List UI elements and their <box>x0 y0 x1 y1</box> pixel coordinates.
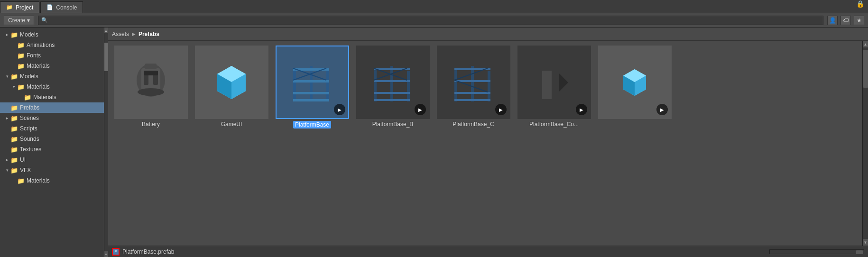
sidebar-item-sounds[interactable]: 📁 Sounds <box>0 134 104 144</box>
tab-bar: 📁 Project 📄 Console 🔒 <box>0 0 868 13</box>
toolbar: Create ▾ 🔍 👤 🏷 ★ <box>0 13 868 28</box>
sidebar-item-fonts[interactable]: 📁 Fonts <box>0 50 104 61</box>
folder-icon: 📁 <box>10 146 18 153</box>
sidebar-item-scripts[interactable]: 📁 Scripts <box>0 123 104 134</box>
folder-icon: 📁 <box>10 136 18 143</box>
scroll-track[interactable] <box>863 47 868 239</box>
svg-rect-26 <box>374 99 410 101</box>
asset-thumbnail-platformbase-b: ▶ <box>356 46 430 119</box>
play-overlay[interactable]: ▶ <box>576 104 587 115</box>
sidebar-item-label: Materials <box>33 94 56 101</box>
folder-icon: 📁 <box>10 156 18 164</box>
horiz-scroll-track[interactable] <box>769 249 864 254</box>
asset-item-platformbase-c[interactable]: ▶ PlatformBase_C <box>435 46 511 128</box>
console-tab-icon: 📄 <box>46 4 53 10</box>
sidebar-item-animations[interactable]: 📁 Animations <box>0 40 104 50</box>
star-icon: ★ <box>857 17 862 24</box>
asset-item-platformbase-b[interactable]: ▶ PlatformBase_B <box>355 46 431 128</box>
battery-svg <box>127 59 175 106</box>
asset-label-platformbase-b: PlatformBase_B <box>372 121 414 128</box>
sidebar-item-prefabs[interactable]: 📁 Prefabs <box>0 102 104 113</box>
create-arrow: ▾ <box>27 17 30 24</box>
asset-item-gameui[interactable]: GameUI <box>194 46 269 128</box>
horiz-scroll-thumb[interactable] <box>856 250 863 254</box>
folder-icon: 📁 <box>17 52 25 59</box>
status-filename: PlatformBase.prefab <box>122 248 174 255</box>
sidebar-item-vfx-materials[interactable]: 📁 Materials <box>0 175 104 186</box>
sidebar-item-label: Scenes <box>20 115 39 121</box>
breadcrumb-separator: ► <box>131 31 137 37</box>
sidebar-item-label: Animations <box>27 42 55 48</box>
folder-icon: 📁 <box>10 104 18 111</box>
platform-c-svg <box>450 59 497 106</box>
asset-thumbnail-platformbase-co: ▶ <box>517 46 591 119</box>
tab-console[interactable]: 📄 Console <box>40 1 83 13</box>
sidebar-item-materials-expanded[interactable]: ▾ 📁 Materials <box>0 82 104 92</box>
tag-button[interactable]: 🏷 <box>840 16 851 25</box>
scroll-up-button[interactable]: ▲ <box>863 41 868 47</box>
right-panel: Assets ► Prefabs <box>108 28 868 257</box>
create-button[interactable]: Create ▾ <box>4 16 34 25</box>
status-bar: P PlatformBase.prefab <box>108 246 868 257</box>
sidebar-item-vfx[interactable]: ▾ 📁 VFX <box>0 165 104 175</box>
folder-icon: 📁 <box>17 83 25 91</box>
horizontal-scrollbar[interactable] <box>769 249 864 254</box>
sidebar-item-textures[interactable]: 📁 Textures <box>0 144 104 155</box>
play-overlay[interactable]: ▶ <box>334 104 345 115</box>
sidebar-item-scenes[interactable]: ▸ 📁 Scenes <box>0 113 104 123</box>
breadcrumb-current: Prefabs <box>139 31 159 37</box>
svg-rect-2 <box>145 64 157 69</box>
main-content: ▸ 📁 Models 📁 Animations 📁 Fonts 📁 Materi… <box>0 28 868 257</box>
play-overlay[interactable]: ▶ <box>495 104 507 115</box>
search-icon: 🔍 <box>41 17 48 23</box>
folder-icon: 📁 <box>17 42 25 49</box>
sidebar-item-label: Models <box>20 73 38 80</box>
scroll-down-button[interactable]: ▼ <box>863 239 868 246</box>
vertical-scrollbar[interactable]: ▲ ▼ <box>862 41 868 246</box>
play-overlay-row2[interactable]: ▶ <box>656 104 668 115</box>
svg-point-3 <box>138 88 164 96</box>
sidebar-item-materials-top[interactable]: 📁 Materials <box>0 61 104 71</box>
breadcrumb-root[interactable]: Assets <box>112 31 129 37</box>
breadcrumb: Assets ► Prefabs <box>108 28 868 41</box>
svg-rect-21 <box>390 66 393 101</box>
file-type-icon: P <box>112 248 120 256</box>
sidebar-item-label: Materials <box>27 83 50 90</box>
svg-rect-31 <box>488 71 490 101</box>
sidebar-item-materials-sub[interactable]: 📁 Materials <box>0 92 104 102</box>
sidebar-item-label: VFX <box>20 167 31 174</box>
svg-rect-25 <box>374 92 410 94</box>
asset-label-platformbase-co: PlatformBase_Co... <box>529 121 579 128</box>
folder-icon: 📁 <box>10 31 18 38</box>
asset-label-gameui: GameUI <box>221 121 242 128</box>
tag-icon: 🏷 <box>843 17 849 24</box>
platform-co-svg <box>530 59 578 106</box>
search-input[interactable] <box>50 17 820 24</box>
scroll-thumb[interactable] <box>863 50 868 88</box>
svg-rect-30 <box>471 66 474 101</box>
sidebar-item-label: Materials <box>27 63 50 69</box>
sidebar-scrollbar[interactable]: ▲ ▼ <box>104 28 108 257</box>
sidebar-item-models-top[interactable]: ▸ 📁 Models <box>0 29 104 40</box>
sidebar-item-ui[interactable]: ▸ 📁 UI <box>0 155 104 165</box>
sidebar-item-models-expanded[interactable]: ▾ 📁 Models <box>0 71 104 82</box>
arrow-icon: ▾ <box>4 74 10 79</box>
collab-icon: 👤 <box>829 17 836 24</box>
create-label: Create <box>8 17 25 24</box>
folder-icon: 📁 <box>17 177 25 184</box>
asset-item-platformbase-co[interactable]: ▶ PlatformBase_Co... <box>516 46 592 128</box>
star-button[interactable]: ★ <box>854 16 864 25</box>
folder-icon: 📁 <box>10 167 18 174</box>
asset-item-battery[interactable]: Battery <box>113 46 189 128</box>
play-overlay[interactable]: ▶ <box>415 104 426 115</box>
folder-icon: 📁 <box>10 125 18 132</box>
asset-thumbnail-battery <box>114 46 188 119</box>
collab-button[interactable]: 👤 <box>827 16 838 25</box>
tab-project[interactable]: 📁 Project <box>0 1 39 13</box>
search-bar[interactable]: 🔍 <box>38 16 823 25</box>
asset-label-battery: Battery <box>142 121 160 128</box>
asset-label-platformbase: PlatformBase <box>293 121 331 128</box>
asset-item-row2-cube[interactable]: ▶ <box>597 46 673 128</box>
asset-item-platformbase[interactable]: ▶ PlatformBase <box>274 46 350 128</box>
project-tab-icon: 📁 <box>6 4 13 10</box>
